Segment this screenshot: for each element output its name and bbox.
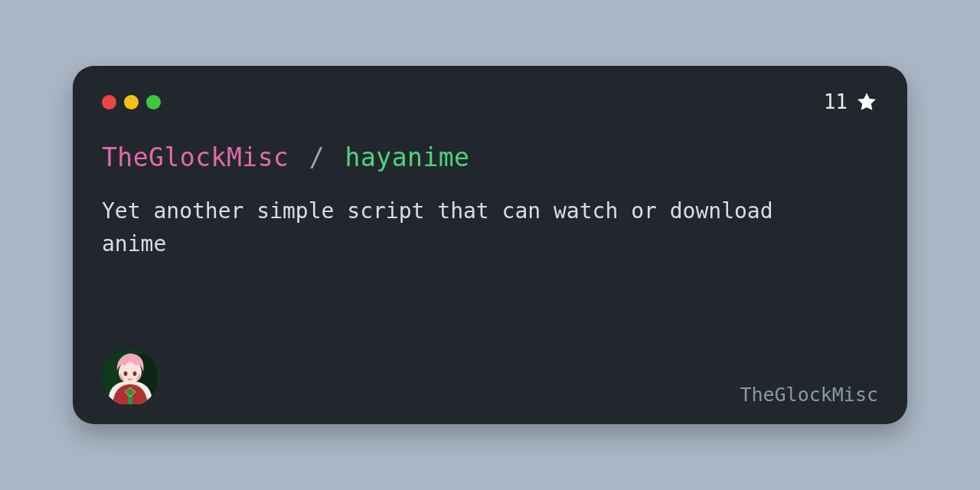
star-icon [855,90,878,113]
repo-separator: / [309,142,325,172]
minimize-icon[interactable] [124,95,139,109]
svg-point-5 [133,371,137,376]
card-footer: TheGlockMisc [102,349,878,406]
star-count-value: 11 [824,90,848,113]
maximize-icon[interactable] [146,95,161,109]
svg-point-4 [124,371,128,376]
repo-title: TheGlockMisc / hayanime [102,142,878,173]
window-controls [102,95,161,109]
avatar[interactable] [102,349,158,406]
close-icon[interactable] [102,95,116,109]
repo-name-link[interactable]: hayanime [345,142,470,172]
avatar-image [102,349,158,406]
repo-owner-link[interactable]: TheGlockMisc [102,142,289,172]
star-count[interactable]: 11 [824,90,878,113]
repo-description: Yet another simple script that can watch… [102,194,822,261]
card-topbar: 11 [102,90,878,113]
owner-username[interactable]: TheGlockMisc [740,384,878,406]
repo-card: 11 TheGlockMisc / hayanime Yet another s… [73,66,907,424]
